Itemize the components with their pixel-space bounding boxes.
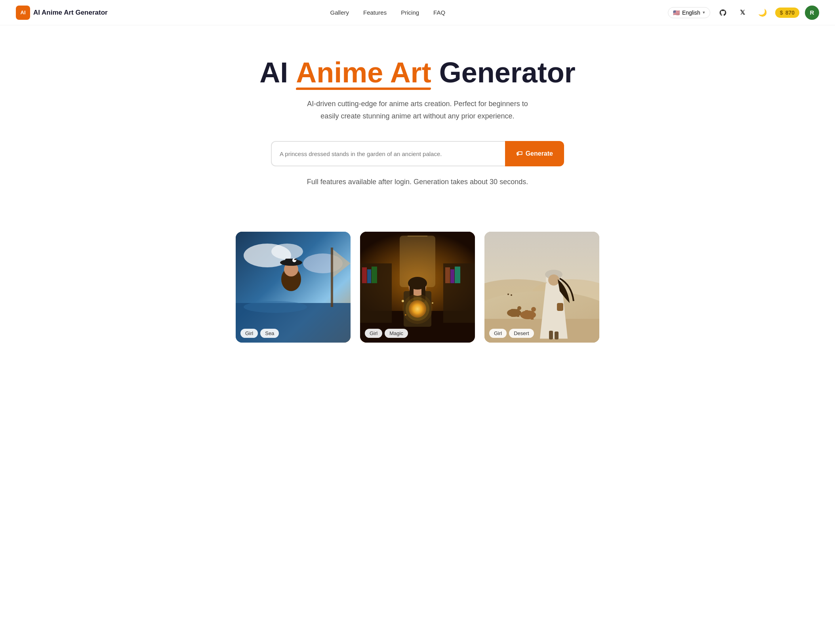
logo-text: AI Anime Art Generator xyxy=(33,9,108,17)
credits-display[interactable]: $ 870 xyxy=(775,8,799,18)
language-selector[interactable]: 🇺🇸 English ▾ xyxy=(668,7,710,18)
gallery-section: Girl Sea xyxy=(0,208,835,358)
svg-rect-49 xyxy=(525,310,528,319)
tag-girl: Girl xyxy=(489,329,507,338)
logo-icon: AI xyxy=(16,6,30,20)
nav-right: 🇺🇸 English ▾ 𝕏 🌙 $ 870 R xyxy=(668,6,819,20)
logo-link[interactable]: AI AI Anime Art Generator xyxy=(16,6,108,20)
gallery-tags: Girl Desert xyxy=(489,329,534,338)
desert-illustration xyxy=(484,232,599,343)
generate-button-label: Generate xyxy=(526,150,553,157)
tag-sea: Sea xyxy=(260,329,279,338)
svg-point-51 xyxy=(531,307,536,312)
svg-point-5 xyxy=(244,301,307,313)
tag-girl: Girl xyxy=(365,329,382,338)
nav-faq[interactable]: FAQ xyxy=(433,9,445,16)
hero-title-part1: AI xyxy=(259,57,296,88)
nav-pricing[interactable]: Pricing xyxy=(401,9,419,16)
tag-girl: Girl xyxy=(240,329,258,338)
pirate-illustration xyxy=(236,232,351,343)
svg-point-43 xyxy=(511,294,512,296)
nav-features[interactable]: Features xyxy=(363,9,387,16)
gallery-card[interactable]: Girl Desert xyxy=(484,232,599,343)
svg-rect-22 xyxy=(372,267,377,283)
magic-illustration xyxy=(360,232,475,343)
hero-section: AI Anime Art Generator AI-driven cutting… xyxy=(0,25,835,208)
tag-desert: Desert xyxy=(509,329,534,338)
svg-rect-46 xyxy=(517,309,519,317)
svg-point-34 xyxy=(402,300,404,302)
svg-rect-6 xyxy=(331,248,333,307)
avatar-letter: R xyxy=(810,9,814,16)
flag-icon: 🇺🇸 xyxy=(673,10,680,16)
dark-mode-toggle[interactable]: 🌙 xyxy=(755,6,770,20)
gallery-image-pirate xyxy=(236,232,351,343)
gallery-grid: Girl Sea xyxy=(16,232,819,343)
credits-amount: 870 xyxy=(785,10,795,16)
svg-rect-45 xyxy=(511,309,514,317)
github-button[interactable] xyxy=(716,6,730,20)
hero-title: AI Anime Art Generator xyxy=(8,57,827,88)
svg-rect-25 xyxy=(455,267,460,283)
generate-hint: Full features available after login. Gen… xyxy=(299,176,536,188)
nav-gallery[interactable]: Gallery xyxy=(330,9,349,16)
svg-rect-21 xyxy=(367,269,371,283)
hero-title-accent: Anime Art xyxy=(296,57,431,88)
moon-icon: 🌙 xyxy=(758,8,767,17)
svg-point-47 xyxy=(517,306,521,310)
prompt-input[interactable] xyxy=(271,141,505,166)
gallery-card[interactable]: Girl Magic xyxy=(360,232,475,343)
svg-rect-58 xyxy=(549,331,553,339)
svg-point-2 xyxy=(271,244,303,259)
user-avatar[interactable]: R xyxy=(805,6,819,20)
svg-rect-23 xyxy=(445,267,450,283)
gallery-tags: Girl Magic xyxy=(365,329,408,338)
chevron-down-icon: ▾ xyxy=(703,10,705,15)
gallery-tags: Girl Sea xyxy=(240,329,279,338)
svg-point-13 xyxy=(294,259,296,260)
svg-rect-50 xyxy=(531,311,534,320)
svg-rect-57 xyxy=(557,303,563,311)
dollar-icon: $ xyxy=(780,10,783,16)
hero-title-part2: Generator xyxy=(431,57,576,88)
tag-magic: Magic xyxy=(385,329,408,338)
hero-subtitle: AI-driven cutting-edge for anime arts cr… xyxy=(299,98,536,122)
svg-point-56 xyxy=(548,274,559,286)
svg-point-35 xyxy=(432,302,433,304)
svg-rect-17 xyxy=(408,236,427,236)
twitter-x-button[interactable]: 𝕏 xyxy=(736,6,750,20)
x-icon: 𝕏 xyxy=(740,9,745,16)
gallery-image-magic xyxy=(360,232,475,343)
svg-rect-20 xyxy=(362,267,367,283)
github-icon xyxy=(719,9,727,17)
svg-rect-24 xyxy=(450,269,454,283)
gallery-card[interactable]: Girl Sea xyxy=(236,232,351,343)
svg-point-12 xyxy=(292,258,296,262)
svg-rect-59 xyxy=(555,332,559,339)
navbar: AI AI Anime Art Generator Gallery Featur… xyxy=(0,0,835,25)
svg-point-42 xyxy=(507,293,509,295)
language-label: English xyxy=(682,10,700,16)
tag-icon: 🏷 xyxy=(516,150,522,157)
generate-container: 🏷 Generate xyxy=(263,141,572,166)
svg-point-33 xyxy=(402,294,433,324)
nav-links: Gallery Features Pricing FAQ xyxy=(330,9,446,16)
generate-button[interactable]: 🏷 Generate xyxy=(505,141,564,166)
gallery-image-desert xyxy=(484,232,599,343)
svg-point-36 xyxy=(405,314,406,316)
